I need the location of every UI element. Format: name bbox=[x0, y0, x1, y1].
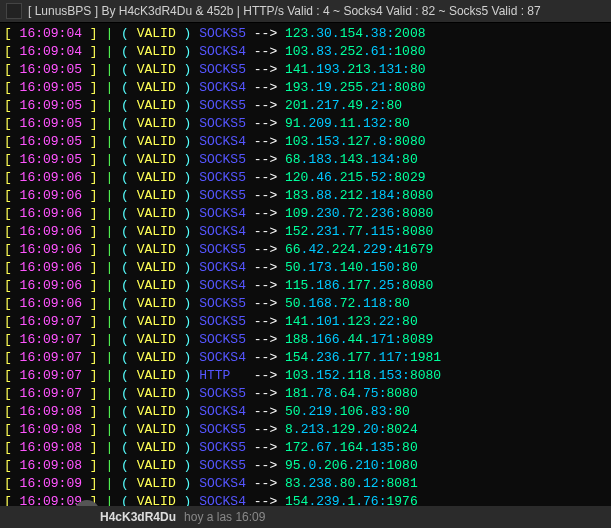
log-row: [ 16:09:07 ] | ( VALID ) SOCKS5 --> 141.… bbox=[4, 313, 611, 331]
log-row: [ 16:09:05 ] | ( VALID ) SOCKS4 --> 103.… bbox=[4, 133, 611, 151]
log-row: [ 16:09:08 ] | ( VALID ) SOCKS5 --> 8.21… bbox=[4, 421, 611, 439]
window-title: [ LunusBPS ] By H4cK3dR4Du & 452b | HTTP… bbox=[28, 2, 541, 20]
log-row: [ 16:09:06 ] | ( VALID ) SOCKS4 --> 115.… bbox=[4, 277, 611, 295]
log-row: [ 16:09:08 ] | ( VALID ) SOCKS5 --> 172.… bbox=[4, 439, 611, 457]
log-row: [ 16:09:04 ] | ( VALID ) SOCKS5 --> 123.… bbox=[4, 25, 611, 43]
log-row: [ 16:09:07 ] | ( VALID ) SOCKS4 --> 154.… bbox=[4, 349, 611, 367]
log-row: [ 16:09:05 ] | ( VALID ) SOCKS5 --> 68.1… bbox=[4, 151, 611, 169]
log-row: [ 16:09:06 ] | ( VALID ) SOCKS5 --> 50.1… bbox=[4, 295, 611, 313]
log-row: [ 16:09:04 ] | ( VALID ) SOCKS4 --> 103.… bbox=[4, 43, 611, 61]
log-row: [ 16:09:05 ] | ( VALID ) SOCKS5 --> 91.2… bbox=[4, 115, 611, 133]
log-row: [ 16:09:08 ] | ( VALID ) SOCKS5 --> 95.0… bbox=[4, 457, 611, 475]
log-row: [ 16:09:06 ] | ( VALID ) SOCKS5 --> 66.4… bbox=[4, 241, 611, 259]
app-icon bbox=[6, 3, 22, 19]
window-titlebar: [ LunusBPS ] By H4cK3dR4Du & 452b | HTTP… bbox=[0, 0, 611, 23]
terminal-output: [ 16:09:04 ] | ( VALID ) SOCKS5 --> 123.… bbox=[0, 23, 611, 528]
log-row: [ 16:09:06 ] | ( VALID ) SOCKS4 --> 109.… bbox=[4, 205, 611, 223]
log-row: [ 16:09:06 ] | ( VALID ) SOCKS5 --> 120.… bbox=[4, 169, 611, 187]
log-row: [ 16:09:05 ] | ( VALID ) SOCKS5 --> 201.… bbox=[4, 97, 611, 115]
log-row: [ 16:09:07 ] | ( VALID ) SOCKS5 --> 188.… bbox=[4, 331, 611, 349]
log-row: [ 16:09:05 ] | ( VALID ) SOCKS5 --> 141.… bbox=[4, 61, 611, 79]
log-row: [ 16:09:07 ] | ( VALID ) SOCKS5 --> 181.… bbox=[4, 385, 611, 403]
log-row: [ 16:09:06 ] | ( VALID ) SOCKS4 --> 152.… bbox=[4, 223, 611, 241]
log-row: [ 16:09:06 ] | ( VALID ) SOCKS4 --> 50.1… bbox=[4, 259, 611, 277]
log-row: [ 16:09:09 ] | ( VALID ) SOCKS4 --> 83.2… bbox=[4, 475, 611, 493]
log-row: [ 16:09:06 ] | ( VALID ) SOCKS5 --> 183.… bbox=[4, 187, 611, 205]
footer-username: H4cK3dR4Du bbox=[100, 508, 176, 526]
log-row: [ 16:09:07 ] | ( VALID ) HTTP --> 103.15… bbox=[4, 367, 611, 385]
log-row: [ 16:09:08 ] | ( VALID ) SOCKS4 --> 50.2… bbox=[4, 403, 611, 421]
status-footer: H4cK3dR4Du hoy a las 16:09 bbox=[0, 506, 611, 528]
footer-time: hoy a las 16:09 bbox=[184, 508, 265, 526]
log-row: [ 16:09:05 ] | ( VALID ) SOCKS4 --> 193.… bbox=[4, 79, 611, 97]
